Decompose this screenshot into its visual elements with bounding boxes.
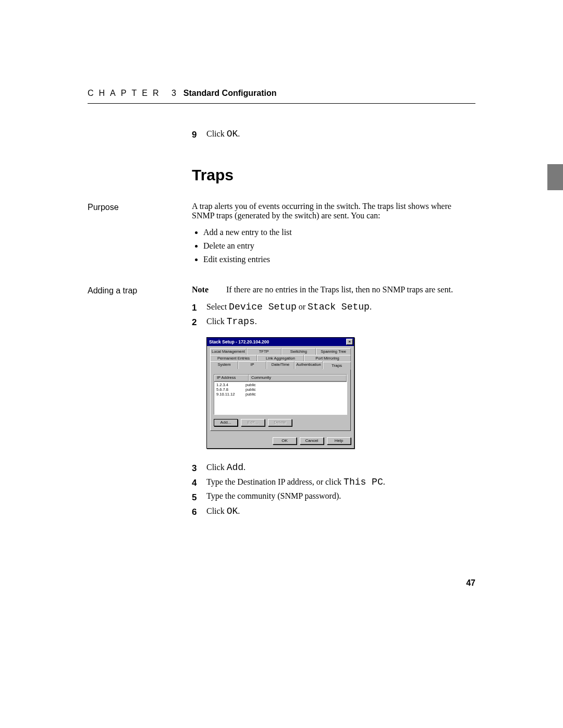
tab-ip[interactable]: IP — [238, 361, 266, 369]
list-button-row: Add... Edit... Delete — [214, 419, 347, 426]
tab-link-aggregation[interactable]: Link Aggregation — [257, 355, 304, 362]
purpose-label: Purpose — [88, 202, 192, 268]
stack-setup-dialog: Stack Setup - 172.20.104.200 × Local Man… — [206, 337, 354, 449]
traps-listbox[interactable]: IP Address Community 1.2.3.4 public 5.6.… — [214, 374, 347, 415]
section-title: Traps — [192, 166, 475, 184]
dialog-titlebar[interactable]: Stack Setup - 172.20.104.200 × — [207, 338, 354, 346]
step-number: 9 — [192, 129, 206, 140]
list-item[interactable]: 9.10.11.12 public — [214, 392, 347, 397]
step-5: 5 Type the community (SNMP password). — [192, 491, 475, 503]
step-text: Select Device Setup or Stack Setup. — [206, 302, 372, 313]
add-button[interactable]: Add... — [214, 419, 238, 426]
note-text: If there are no entries in the Traps lis… — [226, 285, 453, 294]
adding-trap-label: Adding a trap — [88, 285, 192, 521]
list-item[interactable]: 5.6.7.8 public — [214, 387, 347, 392]
side-empty-2 — [88, 143, 192, 202]
note-label: Note — [192, 285, 226, 294]
step-number: 2 — [192, 316, 206, 328]
tab-permanent-entries[interactable]: Permanent Entries — [210, 355, 257, 362]
step-text: Click OK. — [206, 506, 240, 517]
tab-row-2: Permanent Entries Link Aggregation Port … — [210, 355, 351, 362]
purpose-bullets: Add a new entry to the list Delete an en… — [192, 228, 475, 264]
ok-button[interactable]: OK — [273, 437, 297, 445]
list-header: IP Address Community — [214, 375, 347, 382]
bullet-item: Edit existing entries — [203, 255, 475, 264]
column-community[interactable]: Community — [249, 375, 347, 381]
chapter-title: Standard Configuration — [183, 89, 277, 98]
step-number: 5 — [192, 491, 206, 503]
step-number: 1 — [192, 302, 206, 313]
step-4: 4 Type the Destination IP address, or cl… — [192, 477, 475, 488]
tab-datetime[interactable]: Date/Time — [266, 361, 295, 369]
list-item[interactable]: 1.2.3.4 public — [214, 382, 347, 387]
tab-port-mirroring[interactable]: Port Mirroring — [304, 355, 351, 362]
bullet-item: Delete an entry — [203, 241, 475, 251]
tab-row-3: System IP Date/Time Authentication Traps — [210, 361, 351, 369]
dialog-footer: OK Cancel Help — [207, 434, 354, 448]
step-number: 3 — [192, 462, 206, 474]
note: Note If there are no entries in the Trap… — [192, 285, 475, 294]
edit-button[interactable]: Edit... — [241, 419, 265, 426]
page: CHAPTER 3 Standard Configuration 9 Click… — [0, 0, 563, 521]
step-text: Type the community (SNMP password). — [206, 491, 341, 503]
tab-panel-traps: IP Address Community 1.2.3.4 public 5.6.… — [210, 368, 351, 431]
chapter-label: CHAPTER 3 — [88, 89, 181, 98]
adding-trap-content: Note If there are no entries in the Trap… — [192, 285, 475, 521]
step-text: Type the Destination IP address, or clic… — [206, 477, 385, 488]
step-text: Click OK. — [206, 129, 240, 140]
step-9: 9 Click OK. — [192, 129, 475, 143]
purpose-text: A trap alerts you of events occurring in… — [192, 202, 475, 220]
page-number: 47 — [466, 578, 475, 588]
step-3: 3 Click Add. — [192, 462, 475, 474]
tab-switching[interactable]: Switching — [282, 348, 316, 355]
cancel-button[interactable]: Cancel — [300, 437, 324, 445]
bullet-item: Add a new entry to the list — [203, 228, 475, 237]
tab-row-1: Local Management TFTP Switching Spanning… — [210, 348, 351, 355]
tab-authentication[interactable]: Authentication — [295, 361, 323, 369]
dialog-title: Stack Setup - 172.20.104.200 — [209, 340, 346, 344]
page-header: CHAPTER 3 Standard Configuration — [88, 89, 475, 104]
step-number: 4 — [192, 477, 206, 488]
tab-traps[interactable]: Traps — [323, 362, 351, 369]
delete-button[interactable]: Delete — [268, 419, 292, 426]
side-empty — [88, 129, 192, 143]
help-button[interactable]: Help — [327, 437, 351, 445]
step-6: 6 Click OK. — [192, 506, 475, 517]
purpose-content: A trap alerts you of events occurring in… — [192, 202, 475, 268]
close-icon[interactable]: × — [346, 339, 353, 345]
tab-tftp[interactable]: TFTP — [247, 348, 282, 355]
step-text: Click Add. — [206, 462, 246, 474]
step-1: 1 Select Device Setup or Stack Setup. — [192, 302, 475, 313]
step-2: 2 Click Traps. — [192, 316, 475, 328]
step-number: 6 — [192, 506, 206, 517]
step-text: Click Traps. — [206, 316, 257, 328]
tab-spanning-tree[interactable]: Spanning Tree — [316, 348, 351, 355]
column-ip-address[interactable]: IP Address — [214, 375, 249, 381]
tab-local-management[interactable]: Local Management — [210, 348, 247, 355]
tab-system[interactable]: System — [210, 361, 238, 369]
